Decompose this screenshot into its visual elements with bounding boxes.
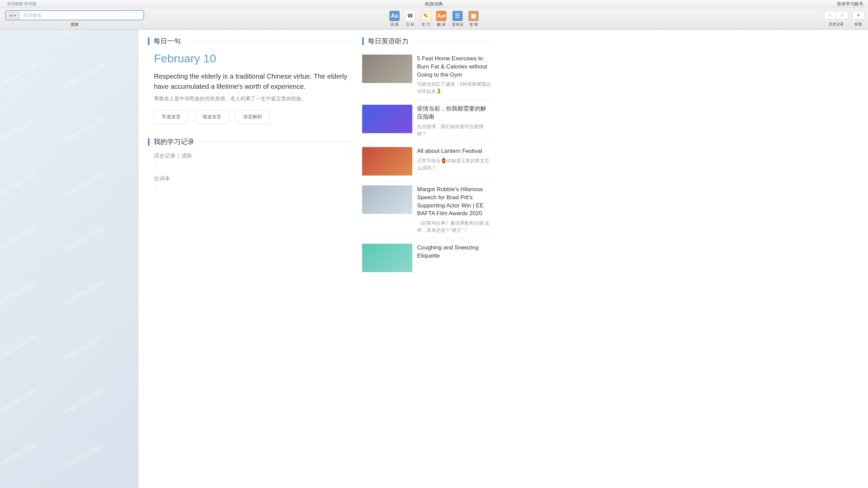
tool-item-4[interactable]: ☰背单词 — [452, 11, 463, 27]
title-hint: 单词搜索 单词搜 — [7, 1, 36, 7]
section-accent — [148, 38, 150, 45]
listening-thumbnail — [362, 244, 412, 272]
watermark: macmj.com — [0, 277, 38, 308]
tool-label: 词 典 — [390, 22, 399, 27]
listening-title: Coughing and Sneezing Etiquette — [417, 244, 491, 260]
listening-header: 每日英语听力 — [368, 37, 409, 46]
listening-subtitle: 元宵节快乐🏮你知道元宵的英文怎么说吗？ — [417, 157, 491, 171]
listening-title: All about Lantern Festival — [417, 147, 491, 155]
section-accent — [148, 138, 150, 146]
history-empty: – — [154, 162, 353, 167]
watermark: macmj.com — [61, 30, 106, 37]
tool-icon: ▦ — [469, 11, 479, 21]
listening-item[interactable]: Margot Robbie's Hilarious Speech for Bra… — [362, 181, 491, 239]
listening-item[interactable]: All about Lantern Festival元宵节快乐🏮你知道元宵的英文… — [362, 142, 491, 181]
vocab-book-link[interactable]: 生词本 — [154, 175, 353, 182]
tool-label: 翻 译 — [437, 22, 446, 27]
tool-label: 管 理 — [469, 22, 478, 27]
listening-subtitle: 抗击疫情，我们如何面对负面情绪？ — [417, 123, 491, 137]
section-accent — [362, 38, 364, 45]
add-bookmark-button[interactable]: + — [852, 11, 865, 20]
listening-item[interactable]: 疫情当前，你我都需要的解压指南抗击疫情，我们如何面对负面情绪？ — [362, 100, 491, 142]
sidebar: macmj.commacmj.commacmj.commacmj.commacm… — [0, 30, 138, 488]
tool-item-3[interactable]: A⇄翻 译 — [436, 11, 447, 27]
watermark: macmj.com — [0, 440, 38, 471]
daily-date: February 10 — [154, 52, 353, 65]
search-box[interactable]: en ▾ — [5, 10, 144, 20]
normal-speed-button[interactable]: 常速发音 — [154, 110, 189, 124]
history-clear-link[interactable]: 历史记录｜清除 — [154, 152, 353, 160]
history-label: 历史记录 — [829, 22, 844, 27]
login-link[interactable]: 登录学习账号 — [837, 1, 863, 7]
watermark: macmj.com — [61, 385, 106, 417]
watermark: macmj.com — [0, 223, 38, 254]
daily-sentence-header: 每日一句 — [154, 37, 181, 46]
tool-icon: ✎ — [421, 11, 431, 21]
listening-item[interactable]: Coughing and Sneezing Etiquette — [362, 239, 491, 277]
watermark: macmj.com — [61, 168, 106, 200]
watermark: macmj.com — [61, 114, 106, 146]
watermark: macmj.com — [61, 440, 106, 471]
watermark: macmj.com — [0, 385, 38, 417]
listening-thumbnail — [362, 185, 412, 214]
tool-item-2[interactable]: ✎学 习 — [421, 11, 431, 27]
bookmark-label: 标签 — [855, 22, 862, 27]
watermark: macmj.com — [0, 168, 38, 200]
app-title: 欧路词典 — [425, 1, 443, 7]
tool-label: 背单词 — [452, 22, 463, 27]
listening-title: 疫情当前，你我都需要的解压指南 — [417, 105, 491, 121]
search-label: 搜索 — [71, 22, 79, 27]
tool-label: 学 习 — [421, 22, 430, 27]
tool-label: 百 科 — [406, 22, 414, 27]
vocab-empty: – — [154, 184, 353, 190]
study-record-header: 我的学习记录 — [154, 137, 194, 146]
listening-item[interactable]: 5 Fast Home Exercises to Burn Fat & Calo… — [362, 50, 491, 100]
watermark: macmj.com — [0, 114, 38, 146]
tool-icon: A⇄ — [436, 11, 447, 21]
watermark: macmj.com — [0, 60, 38, 92]
tool-icon: ☰ — [452, 11, 462, 21]
search-lang-selector[interactable]: en ▾ — [6, 11, 20, 20]
history-forward-button[interactable]: › — [836, 11, 848, 20]
toolbar: en ▾ 搜索 Aa词 典W百 科✎学 习A⇄翻 译☰背单词▦管 理 ‹ › 历… — [0, 8, 868, 30]
listening-thumbnail — [362, 55, 412, 83]
daily-english: Respecting the elderly is a traditional … — [154, 71, 353, 92]
watermark: macmj.com — [61, 331, 106, 363]
listening-title: Margot Robbie's Hilarious Speech for Bra… — [417, 185, 491, 218]
search-input[interactable] — [20, 13, 143, 18]
listening-thumbnail — [362, 147, 412, 176]
voice-parse-button[interactable]: 语音解析 — [235, 110, 270, 124]
tool-item-1[interactable]: W百 科 — [405, 11, 415, 27]
daily-chinese: 尊敬老人是中华民族的传统美德。老人积累了一生中最宝贵的经验。 — [154, 96, 353, 102]
tool-item-5[interactable]: ▦管 理 — [469, 11, 479, 27]
listening-title: 5 Fast Home Exercises to Burn Fat & Calo… — [417, 55, 491, 79]
tool-item-0[interactable]: Aa词 典 — [390, 11, 400, 27]
watermark: macmj.com — [61, 277, 106, 308]
watermark: macmj.com — [0, 331, 38, 363]
listening-subtitle: 宅家也别忘了健身，5种居家燃脂运动学起来🧘 — [417, 81, 491, 95]
watermark: macmj.com — [0, 30, 38, 37]
tool-icon: Aa — [390, 11, 400, 21]
history-back-button[interactable]: ‹ — [824, 11, 836, 20]
titlebar: 单词搜索 单词搜 欧路词典 登录学习账号 — [0, 0, 868, 8]
watermark: macmj.com — [61, 223, 106, 254]
listening-thumbnail — [362, 105, 412, 133]
tool-icon: W — [405, 11, 415, 21]
listening-subtitle: 《好莱坞往事》最佳男配布拉德·皮特，原来还是个"梗王"！ — [417, 220, 491, 234]
slow-speed-button[interactable]: 慢速发音 — [195, 110, 229, 124]
watermark: macmj.com — [61, 60, 106, 92]
